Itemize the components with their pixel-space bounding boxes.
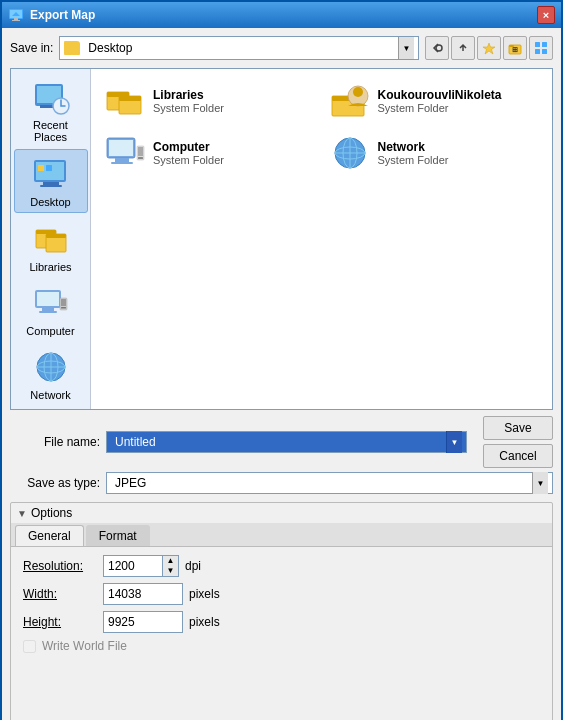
desktop-icon	[31, 154, 71, 194]
new-folder-button[interactable]: ⊞	[503, 36, 527, 60]
sidebar-item-computer[interactable]: Computer	[14, 279, 88, 341]
save-button[interactable]: Save	[483, 416, 553, 440]
file-item-network-type: System Folder	[378, 154, 449, 166]
write-world-file-label: Write World File	[42, 639, 127, 653]
file-item-user-type: System Folder	[378, 102, 502, 114]
title-bar-left: Export Map	[8, 7, 95, 23]
sidebar-item-desktop-label: Desktop	[30, 196, 70, 208]
svg-rect-29	[37, 292, 59, 306]
width-unit: pixels	[189, 587, 220, 601]
resolution-input[interactable]	[103, 555, 163, 577]
svg-marker-6	[483, 43, 495, 54]
resolution-label: Resolution:	[23, 559, 103, 573]
save-in-dropdown-arrow[interactable]: ▼	[398, 37, 414, 59]
filename-dropdown-arrow[interactable]: ▼	[446, 431, 462, 453]
file-item-network-info: Network System Folder	[378, 140, 449, 166]
resolution-row: Resolution: ▲ ▼ dpi	[23, 555, 540, 577]
close-button[interactable]: ×	[537, 6, 555, 24]
user-file-icon	[330, 81, 370, 121]
extra-space	[23, 653, 540, 713]
write-world-file-checkbox[interactable]	[23, 640, 36, 653]
back-button[interactable]	[425, 36, 449, 60]
sidebar-item-network[interactable]: Network	[14, 343, 88, 405]
saveastype-label: Save as type:	[10, 476, 100, 490]
svg-rect-12	[535, 49, 540, 54]
file-item-libraries[interactable]: Libraries System Folder	[99, 77, 320, 125]
libraries-file-icon	[105, 81, 145, 121]
file-item-computer[interactable]: Computer System Folder	[99, 129, 320, 177]
options-section: ▼ Options General Format Resolution: ▲ ▼	[10, 502, 553, 720]
resolution-up-btn[interactable]: ▲	[163, 556, 178, 566]
file-item-user[interactable]: KoukourouvliNikoleta System Folder	[324, 77, 545, 125]
up-button[interactable]	[451, 36, 475, 60]
options-arrow: ▼	[17, 508, 27, 519]
cancel-button[interactable]: Cancel	[483, 444, 553, 468]
sidebar: Recent Places Desktop	[11, 69, 91, 409]
width-input[interactable]	[103, 583, 183, 605]
svg-rect-49	[109, 140, 133, 156]
network-file-icon	[330, 133, 370, 173]
svg-rect-51	[111, 162, 133, 164]
sidebar-item-libraries[interactable]: Libraries	[14, 215, 88, 277]
resolution-down-btn[interactable]: ▼	[163, 566, 178, 576]
file-item-user-info: KoukourouvliNikoleta System Folder	[378, 88, 502, 114]
file-view: Libraries System Folder	[91, 69, 552, 409]
tabs-row: General Format	[11, 523, 552, 547]
dialog-title: Export Map	[30, 8, 95, 22]
file-item-libraries-name: Libraries	[153, 88, 224, 102]
file-item-libraries-info: Libraries System Folder	[153, 88, 224, 114]
width-row: Width: pixels	[23, 583, 540, 605]
title-bar: Export Map ×	[2, 2, 561, 28]
svg-rect-50	[115, 158, 129, 162]
dialog-body: Save in: Desktop ▼ ⊞	[2, 28, 561, 720]
file-item-libraries-type: System Folder	[153, 102, 224, 114]
svg-rect-13	[542, 49, 547, 54]
svg-rect-31	[39, 311, 57, 313]
tab-format[interactable]: Format	[86, 525, 150, 546]
libraries-sidebar-icon	[31, 219, 71, 259]
options-label: Options	[31, 506, 72, 520]
computer-file-icon	[105, 133, 145, 173]
svg-rect-43	[119, 96, 141, 101]
svg-rect-34	[61, 307, 66, 309]
bottom-fields: File name: Untitled ▼ Save Cancel Save a…	[10, 410, 553, 498]
filename-combo[interactable]: Untitled ▼	[106, 431, 467, 453]
svg-rect-20	[43, 182, 59, 185]
saveastype-row: Save as type: JPEG ▼	[10, 472, 553, 494]
height-label: Height:	[23, 615, 103, 629]
computer-sidebar-icon	[31, 283, 71, 323]
sidebar-item-recent[interactable]: Recent Places	[14, 73, 88, 147]
width-label: Width:	[23, 587, 103, 601]
options-header[interactable]: ▼ Options	[11, 503, 552, 523]
filename-row: File name: Untitled ▼ Save Cancel	[10, 416, 553, 468]
saveastype-dropdown-arrow[interactable]: ▼	[532, 472, 548, 494]
resolution-spinner: ▲ ▼	[103, 555, 179, 577]
sidebar-item-desktop[interactable]: Desktop	[14, 149, 88, 213]
write-world-file-row: Write World File	[23, 639, 540, 653]
file-item-network-name: Network	[378, 140, 449, 154]
dialog-icon	[8, 7, 24, 23]
save-cancel-buttons: Save Cancel	[483, 416, 553, 468]
views-button[interactable]	[529, 36, 553, 60]
resolution-spinner-buttons: ▲ ▼	[163, 555, 179, 577]
tab-general[interactable]: General	[15, 525, 84, 546]
height-input[interactable]	[103, 611, 183, 633]
export-map-dialog: Export Map × Save in: Desktop ▼	[0, 0, 563, 720]
filename-combo-wrapper: Untitled ▼	[106, 431, 467, 453]
recent-button[interactable]	[477, 36, 501, 60]
tab-general-content: Resolution: ▲ ▼ dpi Width: pixels	[11, 547, 552, 720]
svg-point-5	[436, 45, 442, 51]
main-area: Recent Places Desktop	[10, 68, 553, 410]
recent-places-icon	[31, 77, 71, 117]
network-sidebar-icon	[31, 347, 71, 387]
saveastype-combo[interactable]: JPEG ▼	[106, 472, 553, 494]
file-item-computer-name: Computer	[153, 140, 224, 154]
save-in-combo[interactable]: Desktop ▼	[59, 36, 419, 60]
svg-rect-3	[14, 18, 18, 20]
file-item-network[interactable]: Network System Folder	[324, 129, 545, 177]
svg-rect-22	[38, 165, 44, 171]
save-in-value: Desktop	[64, 41, 132, 55]
sidebar-item-computer-label: Computer	[26, 325, 74, 337]
svg-rect-53	[138, 147, 143, 156]
save-in-text: Desktop	[88, 41, 132, 55]
